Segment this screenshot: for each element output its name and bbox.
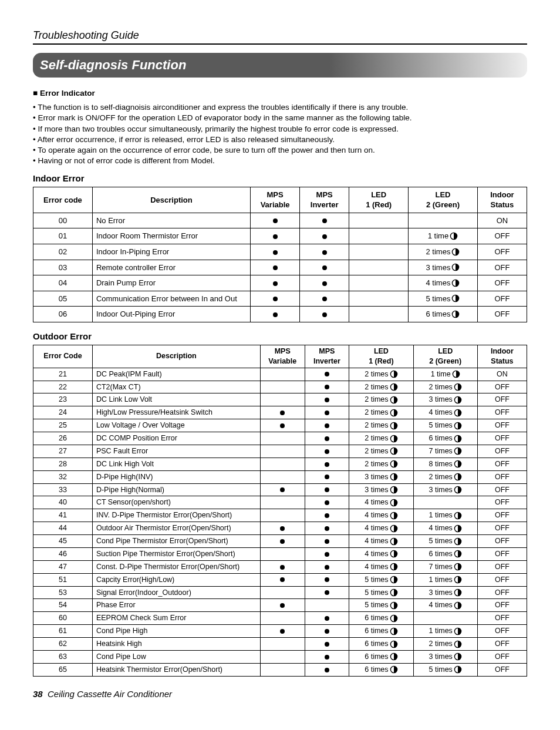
table-cell: Indoor Room Thermistor Error bbox=[92, 228, 250, 244]
table-cell: No Error bbox=[92, 213, 250, 228]
table-row: 03Remote controller Error3 times OFF bbox=[33, 260, 527, 275]
table-cell: 1 time bbox=[409, 228, 478, 244]
table-cell: 32 bbox=[33, 470, 93, 483]
filled-dot-icon bbox=[280, 423, 285, 428]
table-row: 62Heatsink High6 times 2 times OFF bbox=[33, 638, 527, 651]
blink-indicator: 7 times bbox=[429, 446, 462, 456]
filled-dot-icon bbox=[325, 590, 329, 595]
table-cell: 5 times bbox=[413, 663, 477, 676]
table-row: 23DC Link Low Volt2 times 3 times OFF bbox=[33, 393, 527, 406]
table-cell: 4 times bbox=[349, 496, 413, 509]
blink-indicator: 4 times bbox=[365, 562, 397, 572]
table-cell: D-Pipe High(INV) bbox=[92, 470, 260, 483]
col-header: MPSVariable bbox=[251, 187, 300, 213]
table-cell: CT Sensor(open/short) bbox=[92, 496, 260, 509]
table-row: 60EEPROM Check Sum Error6 times OFF bbox=[33, 612, 527, 625]
blink-indicator: 2 times bbox=[426, 247, 460, 257]
table-cell: D-Pipe High(Normal) bbox=[92, 483, 260, 496]
table-cell bbox=[300, 291, 349, 307]
table-cell: 5 times bbox=[349, 599, 413, 612]
table-row: 61Cond Pipe High6 times 1 times OFF bbox=[33, 625, 527, 638]
table-cell bbox=[260, 432, 305, 445]
table-cell: 2 times bbox=[349, 393, 413, 406]
table-cell: OFF bbox=[477, 445, 527, 457]
outdoor-error-table: Error CodeDescriptionMPSVariableMPSInver… bbox=[33, 345, 527, 677]
table-cell bbox=[413, 612, 477, 625]
table-row: 44Outdoor Air Thermistor Error(Open/Shor… bbox=[33, 522, 527, 535]
table-cell: 4 times bbox=[349, 522, 413, 535]
table-cell: DC COMP Position Error bbox=[92, 432, 260, 445]
blink-indicator: 6 times bbox=[365, 652, 397, 662]
table-cell: OFF bbox=[477, 393, 527, 406]
blink-indicator: 2 times bbox=[365, 369, 397, 379]
table-cell: 21 bbox=[33, 368, 93, 381]
blink-indicator: 3 times bbox=[429, 588, 462, 598]
table-cell bbox=[413, 496, 477, 509]
filled-dot-icon bbox=[280, 411, 285, 415]
table-cell bbox=[260, 547, 305, 560]
table-row: 65Heatsink Thermistor Error(Open/Short)6… bbox=[33, 663, 527, 676]
filled-dot-icon bbox=[322, 265, 327, 270]
table-cell bbox=[251, 228, 300, 244]
bullet-item: After error occurrence, if error is rele… bbox=[33, 134, 527, 145]
table-cell: 47 bbox=[33, 560, 93, 573]
filled-dot-icon bbox=[322, 218, 327, 223]
table-cell: 22 bbox=[33, 381, 93, 393]
table-cell: 06 bbox=[33, 307, 93, 322]
filled-dot-icon bbox=[273, 250, 278, 255]
filled-dot-icon bbox=[325, 616, 329, 621]
col-header: IndoorStatus bbox=[477, 187, 527, 213]
col-header: Description bbox=[92, 345, 260, 368]
table-cell: 6 times bbox=[349, 650, 413, 663]
blink-indicator: 2 times bbox=[365, 446, 397, 456]
blink-indicator: 6 times bbox=[429, 549, 462, 559]
filled-dot-icon bbox=[280, 577, 285, 582]
filled-dot-icon bbox=[273, 312, 278, 317]
blink-indicator: 6 times bbox=[365, 613, 397, 623]
blink-indicator: 4 times bbox=[426, 278, 460, 288]
filled-dot-icon bbox=[273, 265, 278, 270]
table-cell: OFF bbox=[477, 483, 527, 496]
table-row: 25Low Voltage / Over Voltage2 times 5 ti… bbox=[33, 419, 527, 432]
table-cell: ON bbox=[477, 213, 527, 228]
table-cell: DC Link High Volt bbox=[92, 457, 260, 470]
table-cell: 4 times bbox=[413, 599, 477, 612]
filled-dot-icon bbox=[322, 234, 327, 239]
table-cell bbox=[260, 612, 305, 625]
table-cell bbox=[300, 228, 349, 244]
table-cell: High/Low Pressure/Heatsink Switch bbox=[92, 406, 260, 419]
col-header: MPSInverter bbox=[305, 345, 349, 368]
col-header: LED2 (Green) bbox=[413, 345, 477, 368]
table-cell: 3 times bbox=[409, 260, 478, 275]
table-cell: OFF bbox=[477, 419, 527, 432]
table-cell: Heatsink Thermistor Error(Open/Short) bbox=[92, 663, 260, 676]
table-cell bbox=[305, 457, 349, 470]
table-cell: 7 times bbox=[413, 560, 477, 573]
blink-indicator: 8 times bbox=[429, 459, 462, 469]
bullet-item: The function is to self-diagnoisis airco… bbox=[33, 102, 527, 113]
table-cell bbox=[305, 625, 349, 638]
table-cell bbox=[305, 663, 349, 676]
blink-indicator: 1 times bbox=[429, 510, 462, 520]
blink-indicator: 1 time bbox=[431, 369, 460, 379]
filled-dot-icon bbox=[273, 281, 278, 286]
table-cell: 6 times bbox=[349, 663, 413, 676]
filled-dot-icon bbox=[280, 539, 285, 544]
filled-dot-icon bbox=[325, 668, 329, 672]
table-cell: 05 bbox=[33, 291, 93, 307]
table-cell bbox=[260, 445, 305, 457]
table-row: 27PSC Fault Error2 times 7 times OFF bbox=[33, 445, 527, 457]
blink-indicator: 6 times bbox=[365, 639, 397, 649]
blink-indicator: 5 times bbox=[429, 665, 462, 675]
table-cell: 27 bbox=[33, 445, 93, 457]
table-cell bbox=[300, 244, 349, 260]
bullet-item: To operate again on the occurrence of er… bbox=[33, 145, 527, 156]
table-cell: Suction Pipe Thermistor Error(Open/Short… bbox=[92, 547, 260, 560]
table-cell: 45 bbox=[33, 535, 93, 548]
table-cell: Heatsink High bbox=[92, 638, 260, 651]
table-cell bbox=[260, 522, 305, 535]
table-cell: 3 times bbox=[349, 483, 413, 496]
table-cell: OFF bbox=[477, 228, 527, 244]
table-cell: Capcity Error(High/Low) bbox=[92, 573, 260, 586]
table-cell bbox=[300, 213, 349, 228]
